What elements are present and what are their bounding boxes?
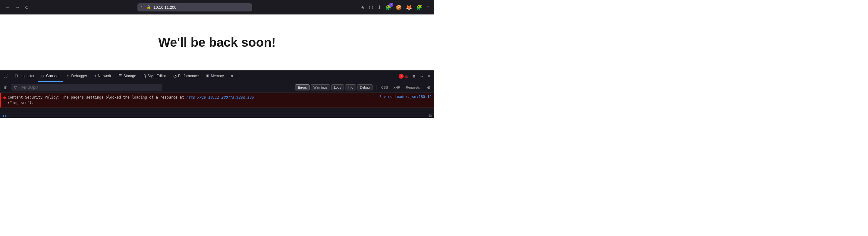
network-label: Network <box>98 74 111 78</box>
tab-debugger[interactable]: ◇ Debugger <box>63 70 91 82</box>
star-button[interactable]: ★ <box>359 3 366 11</box>
error-message: Content Security Policy: The page's sett… <box>7 95 377 106</box>
requests-filter-button[interactable]: Requests <box>404 85 422 90</box>
pocket-button[interactable]: ⬡ <box>368 3 374 11</box>
menu-icon: ≡ <box>427 4 429 10</box>
tab-cursor[interactable]: ⛶ <box>0 70 11 82</box>
devtools-right-actions: 1 ⚠ ⧉ ··· ✕ <box>395 70 434 82</box>
devtools-panel: ⛶ ⊡ Inspector ▷ Console ◇ Debugger ↕ Net… <box>0 70 434 118</box>
extensions-button[interactable]: 🧩 7 <box>384 3 393 11</box>
inspector-label: Inspector <box>20 74 34 78</box>
tab-console[interactable]: ▷ Console <box>38 70 63 82</box>
download-icon: ⬇ <box>377 5 381 10</box>
page-content: We'll be back soon! <box>0 14 434 70</box>
style-editor-icon: {} <box>144 73 146 78</box>
filter-icon: ▽ <box>14 85 17 90</box>
console-output: ● Content Security Policy: The page's se… <box>0 93 434 111</box>
info-filter-button[interactable]: Info <box>345 84 356 90</box>
performance-icon: ◔ <box>173 73 177 78</box>
performance-label: Performance <box>178 74 199 78</box>
filter-input-wrapper: ▽ <box>11 84 162 91</box>
split-icon: ⧉ <box>412 74 415 79</box>
xhr-filter-button[interactable]: XHR <box>391 85 403 90</box>
storage-label: Storage <box>124 74 136 78</box>
menu-button[interactable]: ≡ <box>425 3 430 11</box>
url-text: 10.10.11.200 <box>153 5 176 10</box>
address-bar-icons: 🛡 🔒 <box>141 5 151 9</box>
console-input-row: >> ⧉ <box>0 111 434 118</box>
tab-inspector[interactable]: ⊡ Inspector <box>11 70 38 82</box>
filter-output-input[interactable] <box>19 85 160 90</box>
console-expand-button[interactable]: ⧉ <box>429 113 432 118</box>
download-button[interactable]: ⬇ <box>376 3 382 11</box>
more-tabs-icon: » <box>231 73 233 78</box>
address-bar-wrapper: 🛡 🔒 10.10.11.200 <box>33 3 357 11</box>
star-icon: ★ <box>361 5 365 10</box>
error-badge: 1 <box>399 74 404 79</box>
inspector-icon: ⊡ <box>15 73 18 78</box>
console-error-row: ● Content Security Policy: The page's se… <box>0 93 434 108</box>
console-settings-button[interactable]: ⚙ <box>426 84 432 91</box>
css-filter-button[interactable]: CSS <box>379 85 391 90</box>
style-editor-label: Style Editor <box>147 74 166 78</box>
pocket-icon: ⬡ <box>369 5 373 10</box>
console-prompt: >> <box>2 114 7 118</box>
devtools-more-button[interactable]: ··· <box>418 72 425 80</box>
devtools-close-button[interactable]: ✕ <box>425 72 432 80</box>
browser-chrome: ← → ↻ 🛡 🔒 10.10.11.200 ★ ⬡ ⬇ 🧩 7 🍪 <box>0 0 434 14</box>
devtools-toolbar: ⛶ ⊡ Inspector ▷ Console ◇ Debugger ↕ Net… <box>0 70 434 82</box>
console-input-right: ⧉ <box>429 113 432 118</box>
tab-more[interactable]: » <box>227 70 237 82</box>
debugger-label: Debugger <box>71 74 87 78</box>
console-icon: ▷ <box>41 73 44 78</box>
error-url[interactable]: http://10.10.11.200/favicon.ico <box>186 95 254 99</box>
lock-icon: 🔒 <box>147 5 151 9</box>
error-icon-exclaim: ⚠ <box>404 74 408 79</box>
nav-buttons: ← → ↻ <box>4 3 30 11</box>
forward-button[interactable]: → <box>13 3 22 11</box>
tab-performance[interactable]: ◔ Performance <box>170 70 203 82</box>
warnings-filter-button[interactable]: Warnings <box>311 84 330 90</box>
cookie-icon: 🍪 <box>396 5 402 10</box>
error-source[interactable]: FaviconLoader.jsm:180:19 <box>379 95 432 99</box>
console-type-filters: CSS XHR Requests <box>376 85 422 90</box>
console-input[interactable] <box>9 114 427 118</box>
page-title: We'll be back soon! <box>158 35 276 50</box>
close-icon: ✕ <box>427 74 430 78</box>
tab-style-editor[interactable]: {} Style Editor <box>140 70 170 82</box>
profile-icon: 🦊 <box>406 5 412 10</box>
cursor-icon: ⛶ <box>4 73 7 78</box>
cookie-button[interactable]: 🍪 <box>395 3 403 11</box>
error-text-suffix: ("img-src"). <box>7 101 34 105</box>
error-text-prefix: Content Security Policy: The page's sett… <box>7 95 186 99</box>
split-console-button[interactable]: ⧉ <box>411 72 417 80</box>
address-bar[interactable]: 🛡 🔒 10.10.11.200 <box>137 3 252 11</box>
puzzle-icon: 🧩 <box>416 5 422 10</box>
logs-filter-button[interactable]: Logs <box>331 84 344 90</box>
console-label: Console <box>46 74 59 78</box>
tab-memory[interactable]: ⊞ Memory <box>202 70 227 82</box>
filter-buttons: Errors Warnings Logs Info Debug <box>295 84 373 90</box>
console-filter-bar: 🗑 ▽ Errors Warnings Logs Info Debug CSS … <box>0 82 434 93</box>
tab-network[interactable]: ↕ Network <box>91 70 115 82</box>
toolbar-spacer <box>237 70 395 82</box>
more-icon: ··· <box>420 74 423 78</box>
error-count: 1 <box>400 75 402 78</box>
memory-icon: ⊞ <box>206 73 209 78</box>
profile-button[interactable]: 🦊 <box>405 3 413 11</box>
error-circle-icon: ● <box>3 95 6 100</box>
toolbar-right: ★ ⬡ ⬇ 🧩 7 🍪 🦊 🧩 ≡ <box>359 3 430 11</box>
puzzle-button[interactable]: 🧩 <box>415 3 424 11</box>
filter-clear-button[interactable]: 🗑 <box>2 84 9 90</box>
errors-filter-button[interactable]: Errors <box>295 84 310 90</box>
error-count-button[interactable]: 1 ⚠ <box>397 72 410 80</box>
back-button[interactable]: ← <box>4 3 12 11</box>
tab-storage[interactable]: ☰ Storage <box>115 70 140 82</box>
shield-icon: 🛡 <box>141 5 145 9</box>
debugger-icon: ◇ <box>67 73 70 78</box>
reload-button[interactable]: ↻ <box>23 3 30 11</box>
debug-filter-button[interactable]: Debug <box>357 84 372 90</box>
network-icon: ↕ <box>94 73 96 78</box>
memory-label: Memory <box>211 74 224 78</box>
extensions-badge: 7 <box>389 3 393 7</box>
